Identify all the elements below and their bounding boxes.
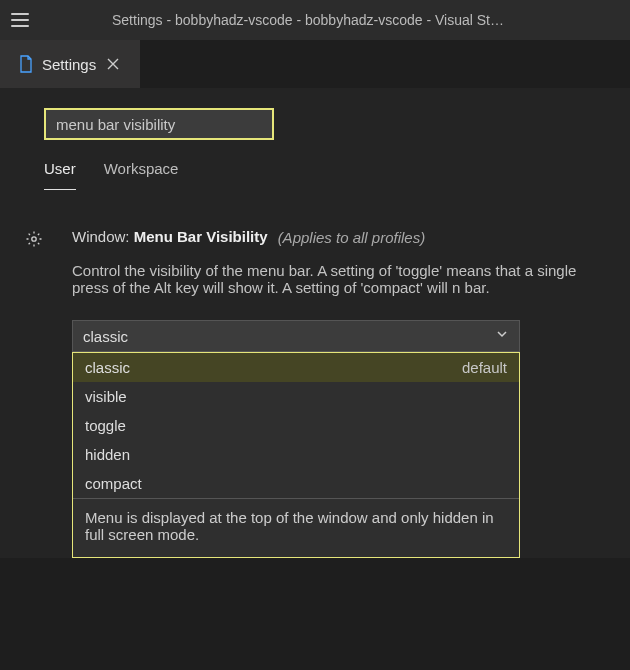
setting-title-row: Window: Menu Bar Visibility (Applies to … bbox=[72, 228, 602, 246]
settings-search-input[interactable] bbox=[44, 108, 274, 140]
gear-icon[interactable] bbox=[25, 230, 43, 248]
dropdown-option-hidden[interactable]: hidden bbox=[73, 440, 519, 469]
dropdown-option-compact[interactable]: compact bbox=[73, 469, 519, 498]
setting-dropdown: classic default visible toggle hidden co… bbox=[72, 352, 520, 558]
setting-name: Menu Bar Visibility bbox=[134, 228, 268, 245]
scope-workspace[interactable]: Workspace bbox=[104, 150, 179, 190]
setting-description: Control the visibility of the menu bar. … bbox=[72, 262, 602, 296]
dropdown-option-classic[interactable]: classic default bbox=[73, 353, 519, 382]
search-wrap bbox=[0, 88, 630, 150]
option-label: classic bbox=[85, 359, 130, 376]
file-icon bbox=[18, 55, 34, 73]
svg-point-0 bbox=[32, 237, 36, 241]
setting-selected-value: classic bbox=[83, 328, 128, 345]
tab-label: Settings bbox=[42, 56, 96, 73]
dropdown-option-visible[interactable]: visible bbox=[73, 382, 519, 411]
option-label: compact bbox=[85, 475, 142, 492]
tabstrip: Settings bbox=[0, 40, 630, 88]
scope-user[interactable]: User bbox=[44, 150, 76, 190]
setting-select[interactable]: classic bbox=[72, 320, 520, 352]
titlebar: Settings - bobbyhadz-vscode - bobbyhadz-… bbox=[0, 0, 630, 40]
setting-applies: (Applies to all profiles) bbox=[278, 229, 426, 246]
setting-item: Window: Menu Bar Visibility (Applies to … bbox=[72, 228, 602, 558]
chevron-down-icon bbox=[495, 327, 509, 345]
dropdown-description: Menu is displayed at the top of the wind… bbox=[73, 498, 519, 557]
option-tag: default bbox=[462, 359, 507, 376]
tab-settings[interactable]: Settings bbox=[0, 40, 140, 88]
scope-tabs: User Workspace bbox=[0, 150, 630, 200]
settings-container: Window: Menu Bar Visibility (Applies to … bbox=[0, 200, 630, 558]
option-label: toggle bbox=[85, 417, 126, 434]
option-label: visible bbox=[85, 388, 127, 405]
menu-icon[interactable] bbox=[8, 8, 32, 32]
window-title: Settings - bobbyhadz-vscode - bobbyhadz-… bbox=[112, 12, 504, 28]
close-icon[interactable] bbox=[104, 55, 122, 73]
setting-category: Window: Menu Bar Visibility bbox=[72, 228, 268, 246]
option-label: hidden bbox=[85, 446, 130, 463]
dropdown-option-toggle[interactable]: toggle bbox=[73, 411, 519, 440]
